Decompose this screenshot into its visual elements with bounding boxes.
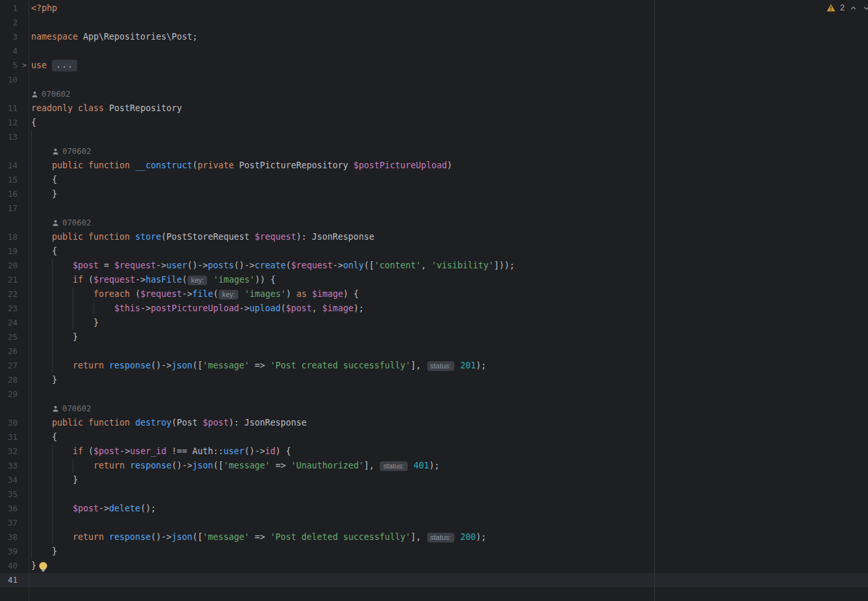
line-number[interactable]: 28 xyxy=(0,373,29,387)
line-number[interactable]: 2 xyxy=(0,16,29,30)
code-row[interactable]: 3namespace App\Repositories\Post; xyxy=(0,30,868,44)
code-token: } xyxy=(31,559,36,573)
code-row[interactable]: 12{ xyxy=(0,116,868,130)
line-number[interactable]: 26 xyxy=(0,344,29,359)
code-token: ); xyxy=(353,301,364,316)
line-number[interactable]: 4 xyxy=(0,44,29,58)
code-token: as xyxy=(297,287,307,301)
code-vision-row[interactable]: 070602 xyxy=(0,402,868,416)
code-row[interactable]: 16 } xyxy=(0,187,868,201)
code-row[interactable]: 41 xyxy=(0,573,868,587)
line-number[interactable]: 37 xyxy=(0,516,29,530)
code-row[interactable]: 36 $post->delete(); xyxy=(0,502,868,516)
code-row[interactable]: 10 xyxy=(0,73,868,87)
code-row[interactable]: 1<?php xyxy=(0,1,868,16)
line-number[interactable]: 39 xyxy=(0,544,29,559)
line-number[interactable]: 38 xyxy=(0,530,29,544)
code-row[interactable]: 30 public function destroy(Post $post): … xyxy=(0,416,868,430)
code-token xyxy=(31,230,52,244)
previous-problem-chevron-up-icon[interactable] xyxy=(849,4,858,12)
code-row[interactable]: 18 public function store(PostStoreReques… xyxy=(0,230,868,244)
line-number[interactable]: 25 xyxy=(0,330,29,344)
folded-code-placeholder[interactable]: ... xyxy=(52,60,77,71)
code-token: public function xyxy=(52,159,135,173)
inspections-widget[interactable]: 2 xyxy=(826,3,868,12)
line-number[interactable]: 19 xyxy=(0,244,29,259)
code-row[interactable]: 2 xyxy=(0,16,868,30)
code-row[interactable]: 20 $post = $request->user()->posts()->cr… xyxy=(0,259,868,273)
code-row[interactable]: 14 public function __construct(private P… xyxy=(0,159,868,173)
code-row[interactable]: 23 $this->postPictureUpload->upload($pos… xyxy=(0,301,868,316)
line-number[interactable]: 3 xyxy=(0,30,29,44)
code-row[interactable]: 37 xyxy=(0,516,868,530)
line-number[interactable]: 27 xyxy=(0,359,29,373)
code-row[interactable]: 13 xyxy=(0,130,868,144)
code-row[interactable]: 34 } xyxy=(0,473,868,487)
next-problem-chevron-down-icon[interactable] xyxy=(862,4,868,12)
line-number[interactable]: 15 xyxy=(0,173,29,187)
code-row[interactable]: 38 return response()->json(['message' =>… xyxy=(0,530,868,544)
code-token: 401 xyxy=(414,459,429,473)
line-number[interactable]: 34 xyxy=(0,473,29,487)
line-number[interactable]: 22 xyxy=(0,287,29,301)
line-number[interactable]: 23 xyxy=(0,301,29,316)
code-row[interactable]: 4 xyxy=(0,44,868,58)
fold-chevron-icon[interactable]: > xyxy=(22,58,27,73)
line-number[interactable]: 24 xyxy=(0,316,29,330)
line-number[interactable]: 36 xyxy=(0,502,29,516)
line-number[interactable]: 29 xyxy=(0,387,29,402)
code-token: 'message' xyxy=(203,359,249,373)
code-row[interactable]: 39 } xyxy=(0,544,868,559)
line-number[interactable]: 1 xyxy=(0,1,29,16)
code-row[interactable]: 40} xyxy=(0,559,868,573)
line-number[interactable]: 18 xyxy=(0,230,29,244)
code-row[interactable]: 24 } xyxy=(0,316,868,330)
line-number[interactable]: 14 xyxy=(0,159,29,173)
code-token: , xyxy=(421,259,432,273)
author-annotation[interactable]: 070602 xyxy=(29,87,70,101)
code-row[interactable]: 27 return response()->json(['message' =>… xyxy=(0,359,868,373)
code-row[interactable]: 25 } xyxy=(0,330,868,344)
code-row[interactable]: 22 foreach ($request->file(key: 'images'… xyxy=(0,287,868,301)
code-row[interactable]: 33 return response()->json(['message' =>… xyxy=(0,459,868,473)
code-token: $request xyxy=(140,287,182,301)
code-token: response xyxy=(130,459,171,473)
line-number[interactable]: 21 xyxy=(0,273,29,287)
intention-bulb-icon[interactable] xyxy=(38,561,48,572)
code-line: return response()->json(['message' => 'P… xyxy=(29,530,486,544)
code-row[interactable]: 29 xyxy=(0,387,868,402)
line-number[interactable]: 33 xyxy=(0,459,29,473)
line-number[interactable]: 17 xyxy=(0,201,29,216)
code-row[interactable]: 17 xyxy=(0,201,868,216)
warning-icon[interactable] xyxy=(826,3,836,12)
line-number[interactable]: 31 xyxy=(0,430,29,444)
code-row[interactable]: 5>use ... xyxy=(0,58,868,73)
code-row[interactable]: 28 } xyxy=(0,373,868,387)
line-number[interactable]: 13 xyxy=(0,130,29,144)
code-row[interactable]: 21 if ($request->hasFile(key: 'images'))… xyxy=(0,273,868,287)
line-number[interactable]: 41 xyxy=(0,573,29,587)
author-annotation[interactable]: 070602 xyxy=(29,144,91,159)
line-number[interactable]: 20 xyxy=(0,259,29,273)
line-number[interactable]: 11 xyxy=(0,101,29,116)
code-vision-row[interactable]: 070602 xyxy=(0,144,868,159)
code-vision-row[interactable]: 070602 xyxy=(0,216,868,230)
line-number[interactable]: 30 xyxy=(0,416,29,430)
code-row[interactable]: 19 { xyxy=(0,244,868,259)
code-row[interactable]: 35 xyxy=(0,487,868,502)
code-row[interactable]: 11readonly class PostRepository xyxy=(0,101,868,116)
code-row[interactable]: 32 if ($post->user_id !== Auth::user()->… xyxy=(0,444,868,459)
author-annotation[interactable]: 070602 xyxy=(29,216,91,230)
code-vision-row[interactable]: 070602 xyxy=(0,87,868,101)
line-number[interactable]: 32 xyxy=(0,444,29,459)
code-line: <?php xyxy=(29,1,57,16)
code-row[interactable]: 31 { xyxy=(0,430,868,444)
code-row[interactable]: 26 xyxy=(0,344,868,359)
line-number[interactable]: 12 xyxy=(0,116,29,130)
code-row[interactable]: 15 { xyxy=(0,173,868,187)
line-number[interactable]: 16 xyxy=(0,187,29,201)
line-number[interactable]: 35 xyxy=(0,487,29,502)
line-number[interactable]: 10 xyxy=(0,73,29,87)
line-number[interactable]: 40 xyxy=(0,559,29,573)
author-annotation[interactable]: 070602 xyxy=(29,402,91,416)
